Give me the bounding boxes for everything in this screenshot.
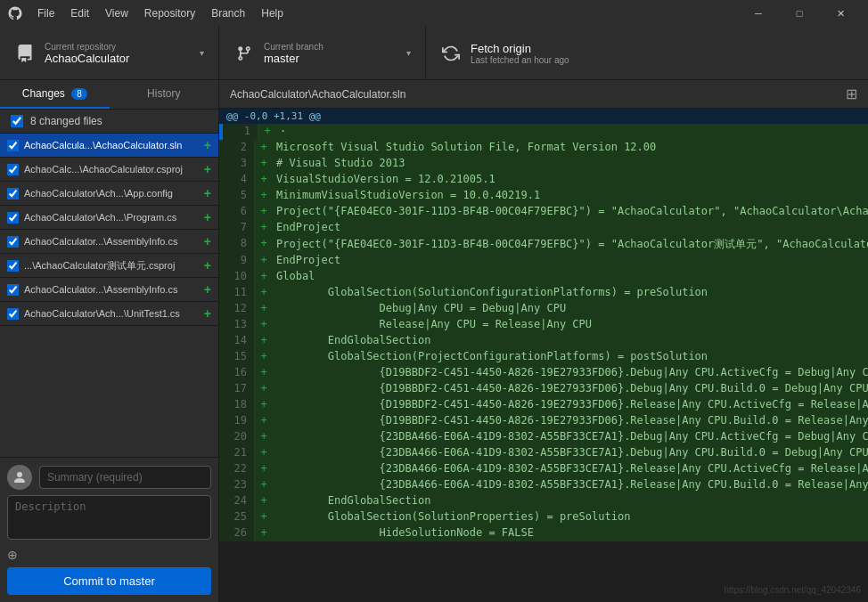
- diff-line-number: 9: [219, 253, 255, 269]
- fetch-label: Fetch origin: [471, 42, 569, 55]
- fetch-origin-section[interactable]: Fetch origin Last fetched an hour ago: [426, 27, 868, 79]
- maximize-button[interactable]: □: [779, 0, 820, 27]
- file-checkbox[interactable]: [7, 140, 19, 151]
- file-checkbox[interactable]: [7, 236, 19, 248]
- diff-line-sign: +: [255, 285, 273, 301]
- expand-icon[interactable]: ⊞: [846, 85, 857, 102]
- menu-view[interactable]: View: [98, 5, 135, 21]
- toolbar: Current repository AchaoCalculator ▾ Cur…: [0, 27, 868, 80]
- file-item-name: AchaoCalculator...\AssemblyInfo.cs: [24, 236, 199, 247]
- tab-history[interactable]: History: [110, 80, 219, 109]
- list-item[interactable]: AchaoCalculator\Ach...\Program.cs +: [0, 206, 218, 230]
- diff-line-content: {D19BBDF2-C451-4450-A826-19E27933FD06}.R…: [273, 413, 868, 429]
- diff-line-sign: +: [255, 493, 273, 509]
- diff-line: 14 + EndGlobalSection: [219, 333, 868, 349]
- titlebar: File Edit View Repository Branch Help ─ …: [0, 0, 868, 27]
- diff-line-sign: +: [255, 477, 273, 493]
- menu-file[interactable]: File: [30, 5, 61, 21]
- diff-line-sign: +: [255, 365, 273, 381]
- commit-description-input[interactable]: [7, 495, 211, 540]
- fetch-icon: [440, 43, 462, 64]
- main-area: Changes 8 History 8 changed files AchaoC…: [0, 80, 868, 602]
- branch-name: master: [264, 52, 323, 65]
- menu-help[interactable]: Help: [254, 5, 291, 21]
- branch-label: Current branch: [264, 42, 323, 52]
- diff-line-number: 4: [219, 172, 255, 188]
- file-item-name: AchaoCalculator...\AssemblyInfo.cs: [24, 284, 199, 295]
- diff-line-number: 22: [219, 461, 255, 477]
- list-item[interactable]: AchaoCalc...\AchaoCalculator.csproj +: [0, 158, 218, 182]
- diff-line-content: # Visual Studio 2013: [273, 156, 868, 172]
- minimize-button[interactable]: ─: [738, 0, 779, 27]
- diff-line: 26 + HideSolutionNode = FALSE: [219, 525, 868, 541]
- tab-changes[interactable]: Changes 8: [0, 80, 110, 109]
- diff-line-content: MinimumVisualStudioVersion = 10.0.40219.…: [273, 188, 868, 204]
- file-checkbox[interactable]: [7, 164, 19, 175]
- diff-line-number: 8: [219, 236, 255, 253]
- diff-file-path: AchaoCalculator\AchaoCalculator.sln: [230, 88, 405, 101]
- diff-line-number: 3: [219, 156, 255, 172]
- diff-line-content: Microsoft Visual Studio Solution File, F…: [273, 140, 868, 156]
- diff-line-number: 12: [219, 301, 255, 317]
- file-checkbox[interactable]: [7, 284, 19, 296]
- add-coauthor-icon[interactable]: ⊕: [7, 548, 18, 562]
- close-button[interactable]: ✕: [820, 0, 861, 27]
- diff-line-sign: +: [255, 333, 273, 349]
- file-checkbox[interactable]: [7, 212, 19, 224]
- file-add-icon: +: [204, 234, 211, 248]
- diff-line-sign: +: [255, 349, 273, 365]
- list-item[interactable]: ...\AchaoCalculator测试单元.csproj +: [0, 254, 218, 278]
- diff-line-content: GlobalSection(SolutionProperties) = preS…: [273, 509, 868, 525]
- list-item[interactable]: AchaoCalculator\Ach...\UnitTest1.cs +: [0, 302, 218, 326]
- file-checkbox[interactable]: [7, 308, 19, 320]
- repo-info: Current repository AchaoCalculator: [45, 42, 129, 65]
- diff-line-number: 26: [219, 525, 255, 541]
- diff-line: 9 + EndProject: [219, 253, 868, 269]
- diff-line-number: 11: [219, 285, 255, 301]
- menu-edit[interactable]: Edit: [63, 5, 96, 21]
- diff-line-number: 18: [219, 397, 255, 413]
- file-checkbox[interactable]: [7, 260, 19, 272]
- diff-line-sign: +: [255, 236, 273, 253]
- commit-button[interactable]: Commit to master: [7, 567, 211, 595]
- list-item[interactable]: AchaoCalcula...\AchaoCalculator.sln +: [0, 134, 218, 158]
- diff-line: 5 + MinimumVisualStudioVersion = 10.0.40…: [219, 188, 868, 204]
- file-add-icon: +: [204, 258, 211, 273]
- current-repo-section[interactable]: Current repository AchaoCalculator ▾: [0, 27, 219, 79]
- diff-line: 22 + {23DBA466-E06A-41D9-8302-A55BF33CE7…: [219, 461, 868, 477]
- tab-bar: Changes 8 History: [0, 80, 218, 110]
- diff-line-number: 2: [219, 140, 255, 156]
- diff-line: 18 + {D19BBDF2-C451-4450-A826-19E27933FD…: [219, 397, 868, 413]
- diff-line-sign: +: [255, 445, 273, 461]
- branch-info: Current branch master: [264, 42, 323, 65]
- file-checkbox[interactable]: [7, 188, 19, 199]
- file-add-icon: +: [204, 306, 211, 321]
- diff-line-sign: +: [255, 269, 273, 285]
- diff-line-content: Debug|Any CPU = Debug|Any CPU: [273, 301, 868, 317]
- menu-branch[interactable]: Branch: [204, 5, 252, 21]
- diff-line-content: {23DBA466-E06A-41D9-8302-A55BF33CE7A1}.R…: [273, 461, 868, 477]
- diff-line-number: 6: [219, 204, 255, 220]
- file-list: AchaoCalcula...\AchaoCalculator.sln + Ac…: [0, 134, 218, 457]
- file-item-name: AchaoCalc...\AchaoCalculator.csproj: [24, 164, 199, 175]
- select-all-checkbox[interactable]: [11, 115, 23, 127]
- diff-content[interactable]: @@ -0,0 +1,31 @@ 1 + · 2 + Microsoft Vis…: [219, 109, 868, 602]
- diff-line-content: {23DBA466-E06A-41D9-8302-A55BF33CE7A1}.R…: [273, 477, 868, 493]
- file-item-name: AchaoCalculator\Ach...\Program.cs: [24, 212, 199, 223]
- list-item[interactable]: AchaoCalculator...\AssemblyInfo.cs +: [0, 230, 218, 254]
- current-branch-section[interactable]: Current branch master ▾: [219, 27, 426, 79]
- diff-line: 19 + {D19BBDF2-C451-4450-A826-19E27933FD…: [219, 413, 868, 429]
- diff-line-number: 5: [219, 188, 255, 204]
- diff-line-content: Project("{FAE04EC0-301F-11D3-BF4B-00C04F…: [273, 204, 868, 220]
- commit-summary-input[interactable]: [39, 466, 211, 489]
- diff-line-content: VisualStudioVersion = 12.0.21005.1: [273, 172, 868, 188]
- diff-line-number: 17: [219, 381, 255, 397]
- list-item[interactable]: AchaoCalculator...\AssemblyInfo.cs +: [0, 278, 218, 302]
- diff-line-number: 23: [219, 477, 255, 493]
- diff-line: 10 + Global: [219, 269, 868, 285]
- diff-line-sign: +: [255, 429, 273, 445]
- list-item[interactable]: AchaoCalculator\Ach...\App.config +: [0, 182, 218, 206]
- file-item-name: AchaoCalcula...\AchaoCalculator.sln: [24, 140, 199, 150]
- menu-repository[interactable]: Repository: [137, 5, 202, 21]
- diff-line: 16 + {D19BBDF2-C451-4450-A826-19E27933FD…: [219, 365, 868, 381]
